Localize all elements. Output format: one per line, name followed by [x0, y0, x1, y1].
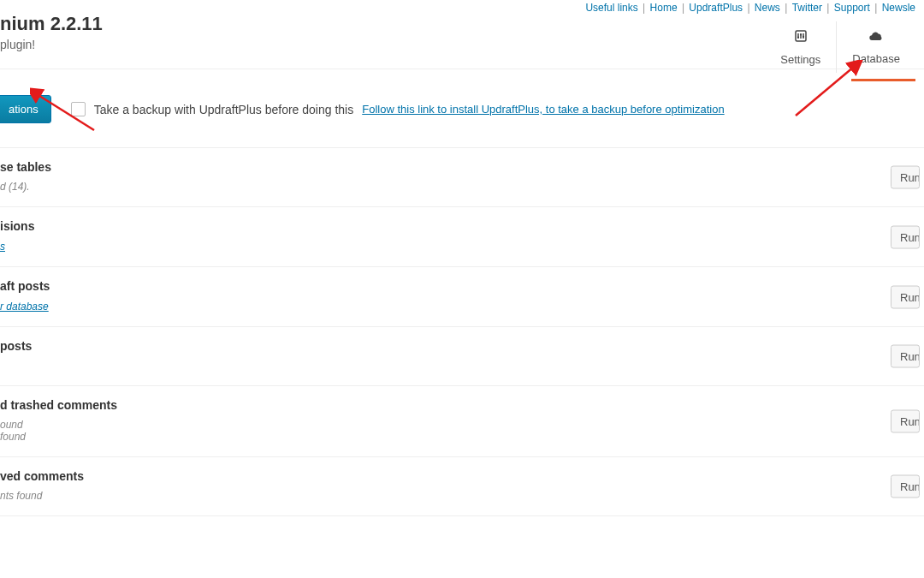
section-desc-link[interactable]: s	[0, 241, 5, 253]
install-updraftplus-link[interactable]: Follow this link to install UpdraftPlus,…	[362, 103, 724, 116]
run-button[interactable]: Run	[891, 166, 920, 189]
section-title: posts	[0, 339, 924, 353]
run-button[interactable]: Run	[891, 285, 920, 308]
svg-point-3	[803, 36, 804, 38]
section-title: d trashed comments	[0, 398, 924, 412]
svg-point-2	[800, 33, 802, 35]
section-trashed-posts: posts Run	[0, 327, 924, 386]
run-button[interactable]: Run	[891, 410, 920, 433]
section-desc-link[interactable]: r database	[0, 301, 49, 313]
tab-database-label: Database	[852, 52, 900, 65]
backup-checkbox-wrap: Take a backup with UpdraftPlus before do…	[71, 102, 725, 116]
backup-checkbox[interactable]	[71, 102, 86, 116]
backup-label: Take a backup with UpdraftPlus before do…	[94, 103, 354, 116]
action-bar: ations Take a backup with UpdraftPlus be…	[0, 69, 924, 148]
section-trashed-comments: d trashed comments ound found Run	[0, 386, 924, 457]
section-desc: d (14).	[0, 181, 924, 193]
run-button[interactable]: Run	[891, 225, 920, 248]
run-optimizations-button[interactable]: ations	[0, 95, 51, 123]
tab-settings-label: Settings	[780, 53, 820, 66]
section-draft-posts: aft posts r database Run	[0, 267, 924, 327]
svg-point-1	[797, 36, 799, 38]
section-unapproved-comments: ved comments nts found Run	[0, 457, 924, 516]
section-optimize-tables: se tables d (14). Run	[0, 148, 924, 207]
link-newsletter[interactable]: Newsle	[882, 2, 915, 14]
top-nav-links: Useful links | Home | UpdraftPlus | News…	[585, 0, 915, 15]
section-title: ved comments	[0, 469, 924, 483]
link-twitter[interactable]: Twitter	[792, 2, 822, 14]
section-title: aft posts	[0, 279, 924, 293]
tab-underline	[851, 79, 915, 81]
link-support[interactable]: Support	[834, 2, 870, 14]
tab-database[interactable]: Database	[836, 21, 915, 73]
section-desc2: found	[0, 431, 924, 443]
link-useful[interactable]: Useful links	[585, 2, 637, 14]
run-button[interactable]: Run	[891, 475, 920, 498]
link-home[interactable]: Home	[650, 2, 678, 14]
section-title: se tables	[0, 160, 924, 174]
cloud-icon	[868, 29, 885, 47]
link-updraftplus[interactable]: UpdraftPlus	[689, 2, 743, 14]
section-desc: nts found	[0, 490, 924, 502]
tab-settings[interactable]: Settings	[765, 21, 836, 73]
sliders-icon	[793, 28, 808, 48]
run-button[interactable]: Run	[891, 345, 920, 368]
section-title: isions	[0, 219, 924, 233]
tabs-container: Settings Database	[765, 21, 915, 73]
section-desc	[0, 360, 924, 372]
link-news[interactable]: News	[755, 2, 780, 14]
section-revisions: isions s Run	[0, 207, 924, 267]
section-desc: ound	[0, 419, 924, 431]
